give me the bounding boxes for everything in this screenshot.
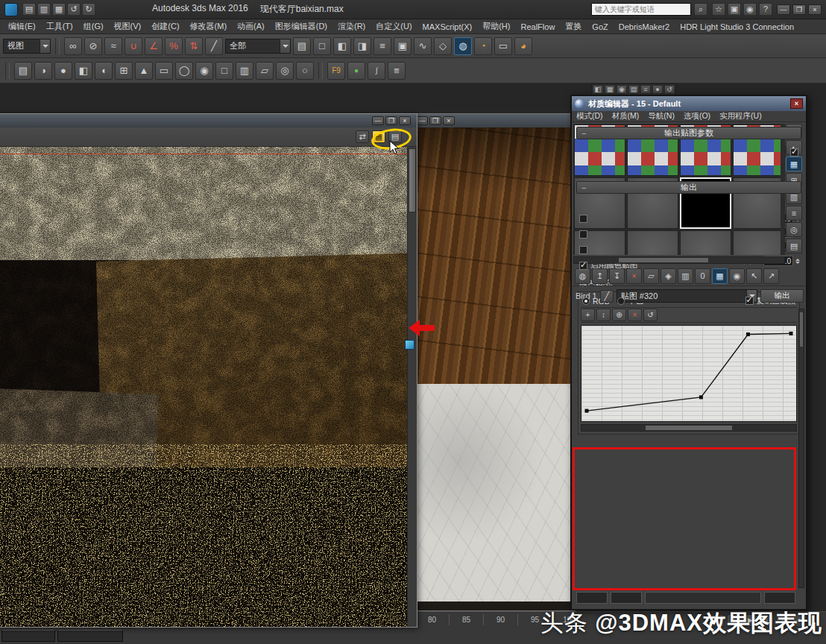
render-window-titlebar[interactable]: —❐× xyxy=(0,114,417,127)
pick-material-eyedropper-icon[interactable]: ╱ xyxy=(600,290,614,303)
curve-pan-scrollbar[interactable] xyxy=(645,592,761,604)
menu-item[interactable]: GoZ xyxy=(587,22,613,31)
macro-recorder-field[interactable] xyxy=(1,630,55,642)
close-button[interactable]: × xyxy=(443,116,455,125)
bind-to-space-warp-icon[interactable]: ≈ xyxy=(104,37,122,55)
put-to-library-icon[interactable]: ▥ xyxy=(678,268,693,284)
workspace-icon[interactable]: ▣ xyxy=(728,3,741,16)
create-plane-icon[interactable]: ▭ xyxy=(155,62,173,80)
create-camera-icon[interactable]: ◧ xyxy=(75,62,92,80)
close-button[interactable]: × xyxy=(399,116,411,125)
map-type-button[interactable]: 输出 xyxy=(760,289,804,303)
timeline-tick[interactable]: 90 xyxy=(483,614,517,625)
select-by-name-icon[interactable]: ▤ xyxy=(293,37,311,55)
save-file-icon[interactable]: ▦ xyxy=(52,3,66,16)
signin-icon[interactable]: ◉ xyxy=(743,3,757,16)
menu-item[interactable]: 组(G) xyxy=(78,21,109,32)
rendered-frame-icon[interactable]: ▭ xyxy=(494,37,512,55)
timeline-tick[interactable]: 80 xyxy=(414,614,449,625)
percent-snap-icon[interactable]: % xyxy=(165,37,183,55)
timeline-tick[interactable]: 85 xyxy=(449,614,483,625)
options-icon[interactable]: ≡ xyxy=(786,206,802,221)
menu-item[interactable]: 渲染(R) xyxy=(332,21,371,32)
mini-icon-6[interactable]: ● xyxy=(652,85,663,94)
named-selection-icon[interactable]: ╱ xyxy=(205,37,223,55)
new-scene-icon[interactable]: ▤ xyxy=(22,3,36,16)
curve-editor-icon[interactable]: ∿ xyxy=(414,37,432,55)
create-sphere-icon[interactable]: ● xyxy=(54,62,72,80)
create-door-icon[interactable]: ▥ xyxy=(236,62,253,80)
create-torus-icon[interactable]: ◯ xyxy=(175,62,193,80)
listener-field[interactable] xyxy=(57,630,123,642)
select-and-link-icon[interactable]: ∞ xyxy=(64,37,82,55)
unlink-selection-icon[interactable]: ⊘ xyxy=(84,37,102,55)
vray-sphere-icon[interactable]: ● xyxy=(347,62,365,80)
delete-point-icon[interactable]: × xyxy=(628,309,642,321)
show-final-result-icon[interactable]: ◉ xyxy=(729,268,745,284)
restore-button[interactable]: ❐ xyxy=(792,4,806,15)
put-material-to-scene-icon[interactable]: ↥ xyxy=(592,268,608,284)
f9-render-icon[interactable]: F9 xyxy=(327,62,345,80)
menu-item[interactable]: 图形编辑器(D) xyxy=(270,21,332,32)
material-sample-slot[interactable] xyxy=(680,230,731,255)
scrollbar-thumb[interactable] xyxy=(619,258,708,262)
select-by-material-icon[interactable]: ◎ xyxy=(786,222,802,237)
curve-y-field[interactable] xyxy=(611,592,642,604)
pan-zoom-icon[interactable]: ⇄ xyxy=(356,130,369,143)
search-input[interactable] xyxy=(591,3,691,16)
schematic-view-icon[interactable]: ◇ xyxy=(434,37,452,55)
mini-icon-3[interactable]: ◉ xyxy=(617,85,627,94)
mirror-icon[interactable]: ◨ xyxy=(353,37,371,55)
close-icon[interactable]: × xyxy=(790,98,803,109)
create-shape-icon[interactable]: ▱ xyxy=(256,62,274,80)
rollout-output-map-params[interactable]: 输出贴图参数 xyxy=(576,127,801,139)
restore-button[interactable]: ❐ xyxy=(385,116,397,125)
spinner-arrows[interactable] xyxy=(795,259,800,264)
render-window-scrollbar[interactable] xyxy=(407,147,417,627)
mini-icon-4[interactable]: ▤ xyxy=(628,85,639,94)
material-map-navigator-icon[interactable]: ▤ xyxy=(786,239,802,253)
selection-filter-dropdown[interactable]: 全部 xyxy=(225,39,291,54)
menu-item[interactable]: 自定义(U) xyxy=(371,21,417,32)
material-sample-slot[interactable] xyxy=(627,230,678,255)
background-icon[interactable]: ▦ xyxy=(786,157,802,171)
minimize-button[interactable]: — xyxy=(416,116,428,125)
align-icon[interactable]: ≡ xyxy=(373,37,391,55)
material-editor-icon[interactable]: ◍ xyxy=(454,37,472,55)
snap-toggle-icon[interactable]: ∪ xyxy=(124,37,142,55)
rollout-output[interactable]: 输出 xyxy=(576,181,801,194)
render-production-icon[interactable]: ◕ xyxy=(514,37,532,55)
menu-item[interactable]: 工具(T) xyxy=(41,21,78,32)
scrollbar-thumb[interactable] xyxy=(409,148,416,212)
restore-button[interactable]: ❐ xyxy=(429,116,441,125)
curve-x-field[interactable] xyxy=(576,592,608,604)
menu-item[interactable]: 导航(N) xyxy=(643,111,679,121)
menu-item[interactable]: 模式(D) xyxy=(572,111,608,121)
layer-manager-icon[interactable]: ▣ xyxy=(394,37,412,55)
scene-window-titlebar[interactable]: —❐× xyxy=(412,114,575,127)
favorites-icon[interactable]: ☆ xyxy=(712,3,725,16)
angle-snap-icon[interactable]: ∠ xyxy=(145,37,163,55)
mini-icon-5[interactable]: ≡ xyxy=(640,85,651,94)
minimize-button[interactable]: — xyxy=(372,116,384,125)
menu-item[interactable]: 选项(O) xyxy=(679,111,715,121)
curve-zoom-field[interactable] xyxy=(764,592,795,604)
close-button[interactable]: × xyxy=(808,4,822,15)
infocenter-icon[interactable]: ? xyxy=(759,3,772,16)
create-cone-icon[interactable]: ▲ xyxy=(135,62,153,80)
go-forward-sibling-icon[interactable]: ↗ xyxy=(763,268,779,284)
material-id-channel-icon[interactable]: 0 xyxy=(695,268,710,284)
create-light-icon[interactable]: ○ xyxy=(296,62,314,80)
menu-item[interactable]: 材质(M) xyxy=(608,111,644,121)
menu-item[interactable]: 动画(A) xyxy=(232,21,270,32)
wrench-tool-icon[interactable]: ∫ xyxy=(368,62,385,80)
scrollbar-thumb[interactable] xyxy=(800,312,803,347)
add-point-icon[interactable]: ⊕ xyxy=(612,309,626,321)
redo-icon[interactable]: ↻ xyxy=(82,3,95,16)
eye-tool-icon[interactable]: ◎ xyxy=(276,62,294,80)
undo-icon[interactable]: ↺ xyxy=(67,3,81,16)
menu-item[interactable]: 编辑(E) xyxy=(3,21,41,32)
scale-point-icon[interactable]: ↕ xyxy=(596,309,611,321)
menu-item[interactable]: 修改器(M) xyxy=(185,21,233,32)
mini-icon-1[interactable]: ◧ xyxy=(593,85,603,94)
